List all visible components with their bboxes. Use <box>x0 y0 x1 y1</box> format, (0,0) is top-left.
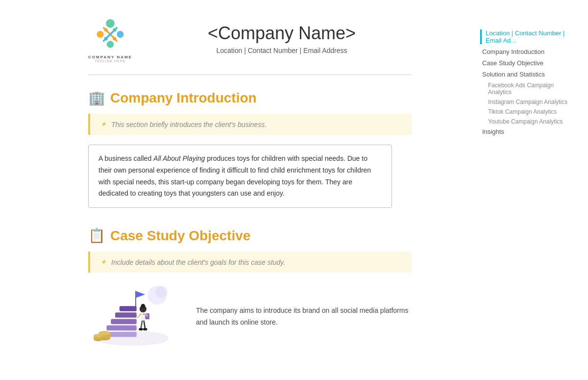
svg-point-8 <box>104 37 108 40</box>
svg-point-31 <box>139 328 143 330</box>
company-intro-section: 🏢 Company Introduction ✦ This section br… <box>88 90 412 208</box>
svg-line-30 <box>144 321 146 329</box>
svg-point-2 <box>117 31 123 38</box>
svg-point-23 <box>94 334 102 337</box>
logo-icon <box>91 15 130 54</box>
sidebar-item-solution[interactable]: Solution and Statistics <box>480 71 578 78</box>
body-before: A business called <box>98 154 153 162</box>
toc-active-item[interactable]: Location | Contact Number | Email Ad... <box>480 29 578 44</box>
sidebar-item-case-study[interactable]: Case Study Objective <box>480 59 578 67</box>
svg-rect-14 <box>115 312 137 318</box>
clipboard-icon: 📋 <box>88 228 105 244</box>
case-study-hint: ✦ Include details about the client's goa… <box>88 252 412 273</box>
building-icon: 🏢 <box>88 90 105 106</box>
company-intro-textbox: A business called All About Playing prod… <box>88 145 392 208</box>
sidebar-item-company-intro[interactable]: Company Introduction <box>480 48 578 55</box>
logo-name: COMPANY NAME <box>88 55 132 59</box>
svg-marker-17 <box>136 291 145 298</box>
svg-point-25 <box>141 304 146 308</box>
staircase-illustration <box>88 282 176 351</box>
sidebar-item-insights[interactable]: Insights <box>480 128 578 135</box>
objective-text: The company aims to introduce its brand … <box>196 305 412 329</box>
company-name: <Company Name> <box>152 23 412 44</box>
objective-content: The company aims to introduce its brand … <box>88 282 412 351</box>
sidebar-item-instagram[interactable]: Instagram Campaign Analytics <box>480 99 578 105</box>
sidebar-item-tiktok[interactable]: Tiktok Campaign Analytics <box>480 108 578 115</box>
company-title-area: <Company Name> Location | Contact Number… <box>152 23 412 54</box>
logo-tagline: TAGLINE HERE <box>95 59 126 63</box>
company-intro-hint: ✦ This section briefly introduces the cl… <box>88 114 412 135</box>
sidebar-toc: Location | Contact Number | Email Ad... … <box>475 0 588 380</box>
svg-line-33 <box>138 314 141 318</box>
body-italic: All About Playing <box>153 154 205 162</box>
svg-point-1 <box>97 31 103 38</box>
header: COMPANY NAME TAGLINE HERE <Company Name>… <box>88 15 412 63</box>
svg-point-0 <box>106 19 115 28</box>
svg-point-7 <box>113 28 116 32</box>
svg-line-29 <box>141 321 143 329</box>
header-divider <box>88 75 412 75</box>
svg-rect-15 <box>120 306 137 311</box>
svg-point-9 <box>113 37 116 40</box>
svg-point-36 <box>155 286 168 298</box>
svg-point-3 <box>107 41 114 48</box>
sidebar-item-youtube[interactable]: Youtube Campaign Analytics <box>480 118 578 125</box>
case-study-section: 📋 Case Study Objective ✦ Include details… <box>88 228 412 351</box>
svg-point-32 <box>143 328 147 330</box>
logo-area: COMPANY NAME TAGLINE HERE <box>88 15 132 63</box>
main-content: COMPANY NAME TAGLINE HERE <Company Name>… <box>0 0 441 380</box>
company-contact: Location | Contact Number | Email Addres… <box>152 47 412 54</box>
svg-point-6 <box>104 28 108 32</box>
sidebar-item-facebook[interactable]: Facebook Ads Campaign Analytics <box>480 82 578 96</box>
svg-rect-12 <box>107 326 137 331</box>
hint-bullet-icon2: ✦ <box>100 257 106 267</box>
company-intro-title: 🏢 Company Introduction <box>88 90 412 106</box>
hint-bullet-icon: ✦ <box>100 120 106 129</box>
case-study-title: 📋 Case Study Objective <box>88 228 412 244</box>
svg-rect-13 <box>111 319 137 325</box>
